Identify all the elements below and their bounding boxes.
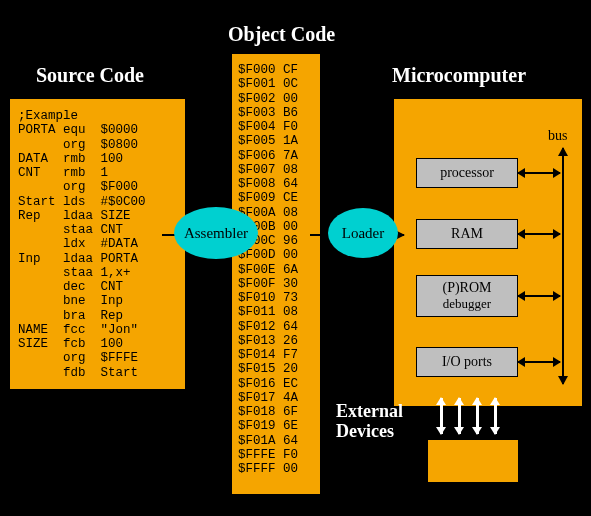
bus-arrow-rom (518, 295, 560, 297)
box-ram: RAM (416, 219, 518, 249)
box-ram-label: RAM (417, 226, 517, 242)
source-code-listing: ;Example PORTA equ $0000 org $0800 DATA … (10, 99, 185, 386)
io-ext-arrow-3 (476, 398, 479, 434)
bubble-loader-label: Loader (342, 225, 384, 242)
bubble-assembler: Assembler (174, 207, 258, 259)
panel-external-device-box (428, 440, 518, 482)
bus-arrow-ram (518, 233, 560, 235)
bus-line (562, 148, 564, 384)
box-rom: (P)ROM debugger (416, 275, 518, 317)
bubble-assembler-label: Assembler (184, 225, 248, 242)
box-io: I/O ports (416, 347, 518, 377)
bus-label: bus (548, 128, 567, 144)
box-processor: processor (416, 158, 518, 188)
panel-microcomputer: bus processor RAM (P)ROM debugger I/O po… (394, 99, 582, 406)
panel-source: ;Example PORTA equ $0000 org $0800 DATA … (10, 99, 185, 389)
external-devices-label-1: External (336, 401, 403, 422)
bus-arrow-processor (518, 172, 560, 174)
io-ext-arrow-4 (494, 398, 497, 434)
bus-arrow-io (518, 361, 560, 363)
title-object: Object Code (228, 23, 335, 46)
io-ext-arrow-1 (440, 398, 443, 434)
bubble-loader: Loader (328, 208, 398, 258)
io-ext-arrow-2 (458, 398, 461, 434)
title-source: Source Code (36, 64, 144, 87)
panel-object: $F000 CF $F001 0C $F002 00 $F003 B6 $F00… (232, 54, 320, 494)
box-rom-line2: debugger (417, 296, 517, 312)
box-processor-label: processor (417, 165, 517, 181)
title-micro: Microcomputer (392, 64, 526, 87)
object-code-listing: $F000 CF $F001 0C $F002 00 $F003 B6 $F00… (232, 54, 320, 485)
box-rom-line1: (P)ROM (417, 280, 517, 296)
box-io-label: I/O ports (417, 354, 517, 370)
external-devices-label-2: Devices (336, 421, 394, 442)
